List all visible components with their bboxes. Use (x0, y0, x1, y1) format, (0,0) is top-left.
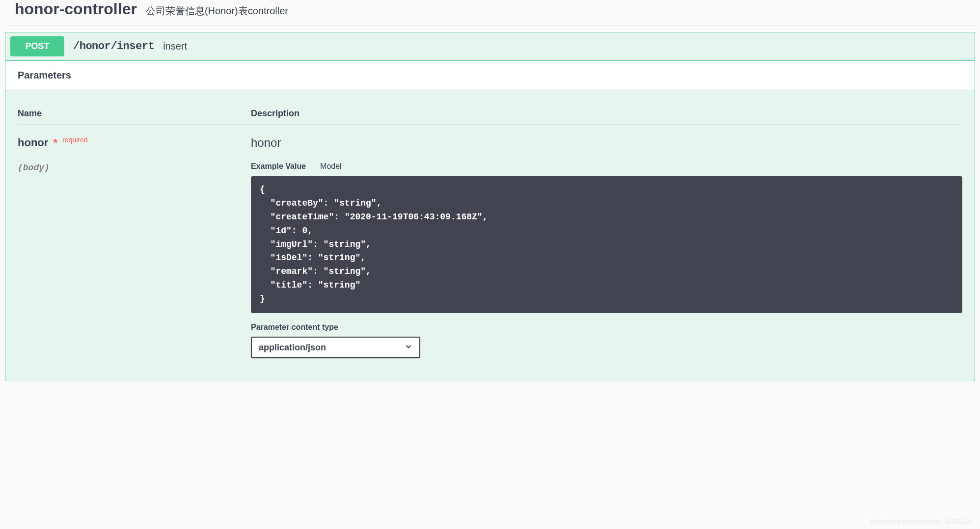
parameter-in: (body) (18, 163, 251, 173)
operation-path: /honor/insert (73, 40, 154, 53)
tab-divider (313, 161, 313, 171)
controller-tag-name: honor-controller (15, 0, 137, 18)
column-header-name: Name (18, 100, 251, 125)
required-label: required (62, 136, 87, 144)
column-header-description: Description (251, 100, 962, 125)
content-type-select[interactable]: application/json (251, 337, 420, 358)
parameter-name: honor * required (18, 136, 251, 149)
tab-example-value[interactable]: Example Value (251, 162, 313, 171)
controller-tag-description: 公司荣誉信息(Honor)表controller (146, 4, 288, 18)
parameter-row: honor * required (body) honor Example Va… (18, 125, 962, 367)
content-type-label: Parameter content type (251, 323, 962, 332)
example-value-code[interactable]: { "createBy": "string", "createTime": "2… (251, 176, 962, 313)
operation-summary-row[interactable]: POST /honor/insert insert (5, 32, 975, 61)
operation-summary: insert (163, 41, 187, 52)
operation-block: POST /honor/insert insert Parameters Nam… (5, 32, 975, 381)
parameters-body: Name Description honor * required (body) (5, 90, 975, 381)
content-type-select-wrap: application/json (251, 337, 420, 358)
http-method-badge: POST (10, 36, 64, 56)
parameters-title: Parameters (18, 70, 962, 81)
example-model-tabs: Example Value Model (251, 161, 962, 171)
tab-model[interactable]: Model (320, 162, 349, 171)
parameter-description: honor (251, 136, 962, 150)
parameters-section-header: Parameters (5, 61, 975, 90)
controller-tag-header[interactable]: honor-controller 公司荣誉信息(Honor)表controlle… (5, 0, 975, 26)
required-star: * (53, 136, 57, 149)
parameters-table: Name Description honor * required (body) (18, 100, 962, 366)
parameter-name-text: honor (18, 136, 48, 149)
